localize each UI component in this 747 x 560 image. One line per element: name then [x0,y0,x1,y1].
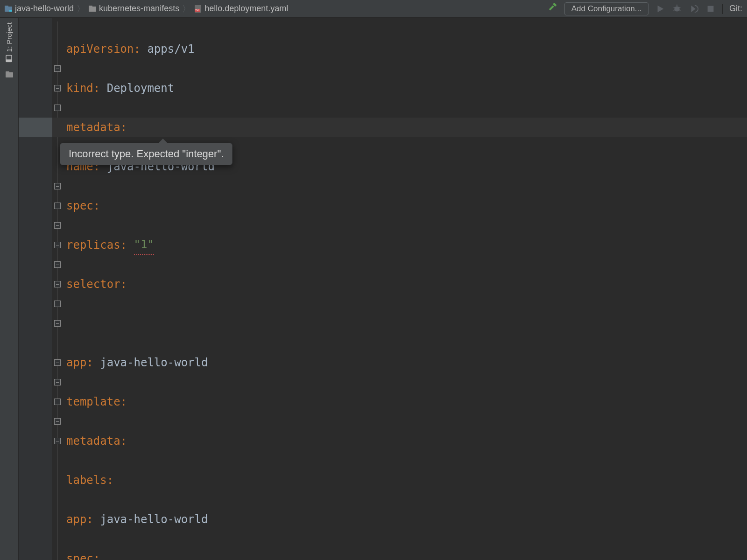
code-line[interactable]: template: [66,392,747,412]
code-line[interactable]: metadata: [66,431,747,451]
left-tool-strip: 1: Project [0,18,19,560]
code-line[interactable]: apiVersion: apps/v1 [66,39,747,59]
breadcrumb-file[interactable]: hello.deployment.yaml [204,4,288,14]
fold-toggle-icon[interactable] [54,105,61,111]
fold-toggle-icon[interactable] [54,183,61,189]
fold-toggle-icon[interactable] [54,65,61,72]
error-token: "1" [134,235,154,255]
svg-rect-15 [708,6,714,12]
fold-toggle-icon[interactable] [54,203,61,209]
error-tooltip: Incorrect type. Expected "integer". [60,143,233,165]
yaml-file-icon: YML [193,4,203,14]
editor-gutter[interactable] [19,18,52,560]
chevron-right-icon: 〉 [76,3,86,14]
code-line[interactable] [66,314,747,333]
tooltip-text: Incorrect type. Expected "integer". [69,148,224,160]
svg-rect-1 [5,6,8,7]
svg-line-12 [679,7,681,8]
project-icon [4,4,13,14]
main-area: 1: Project apiVersion: apps/v1 kind: Dep… [0,18,747,560]
toolbar-right: Add Configuration... Git: [548,2,743,15]
fold-toggle-icon[interactable] [54,418,61,425]
breadcrumb[interactable]: java-hello-world 〉 kubernetes-manifests … [4,3,288,14]
fold-toggle-icon[interactable] [54,320,61,327]
code-line[interactable]: metadata: [66,118,747,137]
chevron-right-icon: 〉 [181,3,191,14]
run-with-coverage-icon[interactable] [689,4,699,14]
svg-line-11 [674,7,675,8]
folder-icon [88,4,97,14]
fold-toggle-icon[interactable] [54,359,61,366]
code-line[interactable]: selector: [66,274,747,294]
fold-toggle-icon[interactable] [54,379,61,385]
svg-rect-4 [89,6,92,7]
top-toolbar: java-hello-world 〉 kubernetes-manifests … [0,0,747,18]
project-tool-label: 1: Project [5,22,13,52]
svg-rect-19 [6,71,9,73]
code-line[interactable]: replicas: "1" [66,235,747,255]
debug-icon[interactable] [672,4,682,14]
fold-toggle-icon[interactable] [54,242,61,248]
code-line[interactable]: app: java-hello-world [66,353,747,372]
fold-toggle-icon[interactable] [54,222,61,229]
build-icon[interactable] [548,2,558,15]
editor[interactable]: apiVersion: apps/v1 kind: Deployment met… [19,18,747,560]
run-config-button[interactable]: Add Configuration... [564,2,648,15]
svg-point-9 [674,6,679,11]
fold-toggle-icon[interactable] [54,261,61,268]
svg-line-14 [679,9,681,10]
code-line[interactable]: spec: [66,196,747,216]
svg-text:YML: YML [195,9,200,12]
project-tool-window-button[interactable]: 1: Project [5,22,13,62]
code-line[interactable]: app: java-hello-world [66,510,747,529]
svg-rect-2 [9,10,12,12]
svg-line-13 [674,9,675,10]
fold-toggle-icon[interactable] [54,301,61,307]
code-line[interactable]: labels: [66,470,747,490]
fold-toggle-icon[interactable] [54,85,61,91]
current-line-gutter-highlight [19,118,52,137]
fold-toggle-icon[interactable] [54,438,61,444]
fold-toggle-icon[interactable] [54,399,61,405]
run-icon[interactable] [655,4,665,14]
code-line[interactable]: spec: [66,549,747,560]
svg-rect-17 [7,59,12,62]
fold-guide-line [57,21,57,560]
toolbar-divider [722,4,723,14]
breadcrumb-folder[interactable]: kubernetes-manifests [99,4,179,14]
fold-toggle-icon[interactable] [54,281,61,287]
code-area[interactable]: apiVersion: apps/v1 kind: Deployment met… [66,18,747,560]
code-line[interactable]: kind: Deployment [66,78,747,98]
stop-icon[interactable] [705,4,716,14]
sidebar-folder-icon[interactable] [5,70,14,81]
git-label[interactable]: Git: [729,4,743,14]
breadcrumb-project[interactable]: java-hello-world [15,4,74,14]
